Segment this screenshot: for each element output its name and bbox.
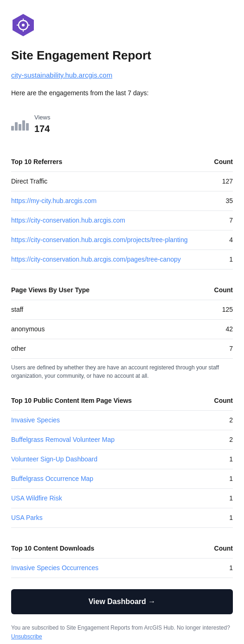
views-block: Views 174 [11,109,233,140]
logo-area [11,13,233,40]
content-item-link[interactable]: Buffelgrass Removal Volunteer Map [11,436,115,443]
bar4 [22,120,25,131]
content-item-count: 1 [203,469,233,489]
user-type-count: 42 [190,320,233,339]
referrer-count: 7 [212,211,233,230]
downloads-table: Top 10 Content Downloads Count Invasive … [11,539,233,578]
referrers-header: Top 10 Referrers [11,152,212,172]
referrer-link[interactable]: https://city-conservation.hub.arcgis.com… [11,256,181,263]
table-row: Invasive Species Occurrences1 [11,559,233,578]
content-item-count: 1 [203,508,233,528]
content-item-count: 2 [203,430,233,450]
table-row: Buffelgrass Occurrence Map1 [11,469,233,489]
table-row: Volunteer Sign-Up Dashboard1 [11,450,233,469]
table-row: Buffelgrass Removal Volunteer Map2 [11,430,233,450]
table-row: anonymous42 [11,320,233,339]
table-row: other7 [11,339,233,359]
bar5 [26,123,29,131]
view-dashboard-button[interactable]: View Dashboard → [11,589,233,614]
unsubscribe-link[interactable]: Unsubscribe [11,633,42,640]
site-link[interactable]: city-sustainability.hub.arcgis.com [11,70,112,81]
table-row: https://city-conservation.hub.arcgis.com… [11,211,233,230]
table-row: Invasive Species2 [11,411,233,430]
referrer-count: 4 [212,230,233,250]
bar-chart-icon [11,118,29,131]
table-row: https://city-conservation.hub.arcgis.com… [11,250,233,269]
referrer-count: 1 [212,250,233,269]
content-item-count: 1 [203,489,233,508]
user-types-note: Users are defined by whether they are ha… [11,363,233,380]
content-views-section: Top 10 Public Content Item Page Views Co… [11,391,233,528]
referrer-link[interactable]: https://my-city.hub.arcgis.com [11,197,96,204]
user-types-table: Page Views By User Type Count staff125an… [11,281,233,359]
referrer-link[interactable]: https://city-conservation.hub.arcgis.com [11,217,125,224]
content-views-count-header: Count [203,391,233,411]
table-row: https://city-conservation.hub.arcgis.com… [11,230,233,250]
bar1 [11,126,14,131]
user-type-count: 125 [190,300,233,320]
views-count: 174 [34,122,50,136]
bar3 [19,124,21,131]
content-views-header: Top 10 Public Content Item Page Views [11,391,203,411]
views-label: Views [34,113,50,122]
user-type-count: 7 [190,339,233,359]
intro-text: Here are the engagements from the last 7… [11,88,233,98]
downloads-header: Top 10 Content Downloads [11,539,194,559]
referrer-label: Direct Traffic [11,172,212,191]
downloads-section: Top 10 Content Downloads Count Invasive … [11,539,233,578]
content-item-link[interactable]: Buffelgrass Occurrence Map [11,475,93,482]
downloads-count-header: Count [194,539,233,559]
content-item-link[interactable]: USA Parks [11,514,43,521]
table-row: staff125 [11,300,233,320]
user-types-count-header: Count [190,281,233,300]
svg-point-2 [22,24,25,26]
content-item-link[interactable]: Invasive Species [11,416,60,424]
referrer-link[interactable]: https://city-conservation.hub.arcgis.com… [11,236,188,243]
referrers-section: Top 10 Referrers Count Direct Traffic127… [11,152,233,269]
content-item-count: 1 [203,450,233,469]
content-item-link[interactable]: Volunteer Sign-Up Dashboard [11,455,97,463]
table-row: Direct Traffic127 [11,172,233,191]
email-container: Site Engagement Report city-sustainabili… [0,0,244,644]
user-types-section: Page Views By User Type Count staff125an… [11,281,233,380]
user-type-label: other [11,339,190,359]
table-row: USA Wildfire Risk1 [11,489,233,508]
footer-text: You are subscribed to Site Engagement Re… [11,624,233,641]
table-row: USA Parks1 [11,508,233,528]
download-item-link[interactable]: Invasive Species Occurrences [11,564,98,572]
bar2 [15,122,18,131]
content-item-link[interactable]: USA Wildfire Risk [11,494,62,502]
referrer-count: 127 [212,172,233,191]
arcgis-logo [11,13,35,37]
views-info: Views 174 [34,113,50,136]
content-item-count: 2 [203,411,233,430]
table-row: https://my-city.hub.arcgis.com35 [11,191,233,211]
footer-main-text: You are subscribed to Site Engagement Re… [11,624,230,631]
referrers-count-header: Count [212,152,233,172]
download-item-count: 1 [194,559,233,578]
referrer-count: 35 [212,191,233,211]
user-types-header: Page Views By User Type [11,281,190,300]
content-views-table: Top 10 Public Content Item Page Views Co… [11,391,233,528]
user-type-label: staff [11,300,190,320]
report-title: Site Engagement Report [11,48,233,63]
user-type-label: anonymous [11,320,190,339]
referrers-table: Top 10 Referrers Count Direct Traffic127… [11,152,233,269]
